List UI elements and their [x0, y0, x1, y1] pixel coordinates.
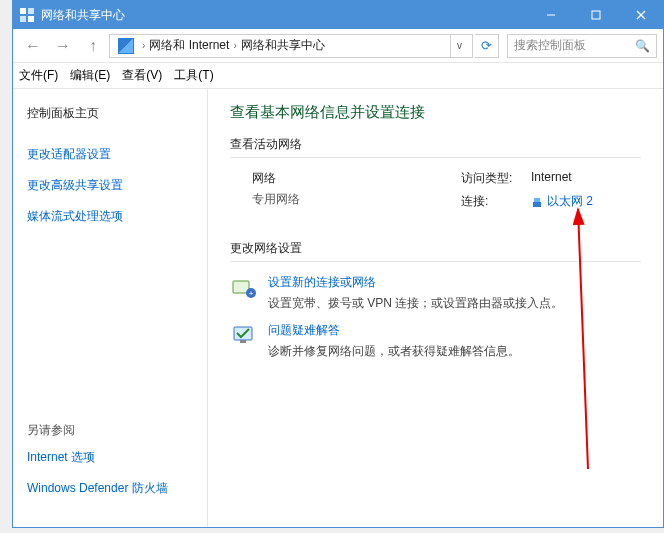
task-new-connection: + 设置新的连接或网络 设置宽带、拨号或 VPN 连接；或设置路由器或接入点。 [230, 274, 641, 312]
task-new-connection-desc: 设置宽带、拨号或 VPN 连接；或设置路由器或接入点。 [268, 295, 563, 312]
new-connection-icon: + [230, 274, 258, 302]
menu-edit[interactable]: 编辑(E) [70, 67, 110, 84]
chevron-right-icon: › [233, 40, 236, 51]
svg-rect-8 [533, 202, 541, 207]
back-button[interactable]: ← [19, 32, 47, 60]
task-troubleshoot-link[interactable]: 问题疑难解答 [268, 322, 520, 339]
access-type-value: Internet [531, 170, 572, 187]
breadcrumb-item[interactable]: 网络和共享中心 [241, 37, 325, 54]
close-button[interactable] [618, 1, 663, 29]
svg-rect-0 [20, 8, 26, 14]
forward-button[interactable]: → [49, 32, 77, 60]
main-panel: 查看基本网络信息并设置连接 查看活动网络 网络 专用网络 访问类型: Inter… [208, 89, 663, 527]
connection-label: 连接: [461, 193, 521, 210]
titlebar: 网络和共享中心 [13, 1, 663, 29]
breadcrumb-dropdown[interactable]: v [450, 35, 468, 57]
sidebar-defender-firewall[interactable]: Windows Defender 防火墙 [27, 480, 193, 497]
svg-rect-5 [592, 11, 600, 19]
menubar: 文件(F) 编辑(E) 查看(V) 工具(T) [13, 63, 663, 89]
svg-rect-2 [20, 16, 26, 22]
refresh-button[interactable]: ⟳ [475, 34, 499, 58]
network-name: 网络 [252, 170, 461, 187]
sidebar-home[interactable]: 控制面板主页 [27, 105, 193, 122]
section-change-settings: 更改网络设置 [230, 240, 641, 257]
divider [230, 157, 641, 158]
breadcrumb-icon [118, 38, 134, 54]
task-troubleshoot: 问题疑难解答 诊断并修复网络问题，或者获得疑难解答信息。 [230, 322, 641, 360]
sidebar-media-streaming[interactable]: 媒体流式处理选项 [27, 208, 193, 225]
sidebar-adapter-settings[interactable]: 更改适配器设置 [27, 146, 193, 163]
minimize-button[interactable] [528, 1, 573, 29]
sidebar-internet-options[interactable]: Internet 选项 [27, 449, 193, 466]
maximize-button[interactable] [573, 1, 618, 29]
divider [230, 261, 641, 262]
section-active-networks: 查看活动网络 [230, 136, 641, 153]
task-new-connection-link[interactable]: 设置新的连接或网络 [268, 274, 563, 291]
breadcrumb[interactable]: › 网络和 Internet › 网络和共享中心 v [109, 34, 473, 58]
menu-view[interactable]: 查看(V) [122, 67, 162, 84]
svg-text:+: + [249, 289, 254, 298]
search-input[interactable]: 搜索控制面板 🔍 [507, 34, 657, 58]
active-network-row: 网络 专用网络 访问类型: Internet 连接: 以太网 2 [230, 170, 641, 216]
page-heading: 查看基本网络信息并设置连接 [230, 103, 641, 122]
search-placeholder: 搜索控制面板 [514, 37, 586, 54]
search-icon: 🔍 [635, 39, 650, 53]
up-button[interactable]: ↑ [79, 32, 107, 60]
access-type-label: 访问类型: [461, 170, 521, 187]
menu-file[interactable]: 文件(F) [19, 67, 58, 84]
network-type: 专用网络 [252, 191, 461, 208]
troubleshoot-icon [230, 322, 258, 350]
sidebar-sharing-settings[interactable]: 更改高级共享设置 [27, 177, 193, 194]
chevron-right-icon: › [142, 40, 145, 51]
body: 控制面板主页 更改适配器设置 更改高级共享设置 媒体流式处理选项 另请参阅 In… [13, 89, 663, 527]
ethernet-icon [531, 196, 543, 208]
task-troubleshoot-desc: 诊断并修复网络问题，或者获得疑难解答信息。 [268, 343, 520, 360]
sidebar-see-also-header: 另请参阅 [27, 422, 193, 439]
svg-rect-14 [240, 340, 246, 343]
svg-rect-9 [534, 198, 540, 202]
connection-value: 以太网 2 [547, 193, 593, 210]
window-title: 网络和共享中心 [41, 7, 528, 24]
sidebar: 控制面板主页 更改适配器设置 更改高级共享设置 媒体流式处理选项 另请参阅 In… [13, 89, 208, 527]
breadcrumb-item[interactable]: 网络和 Internet [149, 37, 229, 54]
nav-row: ← → ↑ › 网络和 Internet › 网络和共享中心 v ⟳ 搜索控制面… [13, 29, 663, 63]
svg-rect-3 [28, 16, 34, 22]
app-icon [19, 7, 35, 23]
menu-tools[interactable]: 工具(T) [174, 67, 213, 84]
svg-rect-1 [28, 8, 34, 14]
window: 网络和共享中心 ← → ↑ › 网络和 Internet › 网络和共享中心 v… [12, 0, 664, 528]
connection-link[interactable]: 以太网 2 [531, 193, 593, 210]
